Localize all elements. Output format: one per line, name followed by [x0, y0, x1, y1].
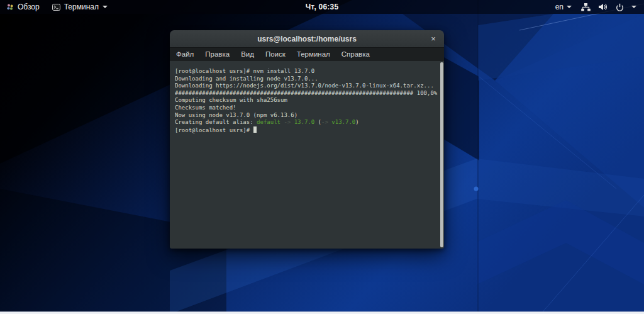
- alias-paren: ): [355, 119, 358, 125]
- language-label: en: [555, 3, 564, 11]
- alias-name: default: [257, 119, 280, 125]
- terminal-alias-line: Creating default alias: default -> 13.7.…: [175, 119, 439, 126]
- terminal-cursor: [253, 126, 257, 133]
- close-button[interactable]: ×: [426, 30, 440, 47]
- terminal-prompt-line: [root@localhost usrs]#: [175, 126, 439, 135]
- menu-terminal[interactable]: Терминал: [291, 48, 336, 61]
- top-bar: Обзор Терминал Чт, 06:35 en: [0, 0, 644, 14]
- overview-label: Обзор: [18, 3, 40, 11]
- terminal-icon: [52, 4, 60, 11]
- alias-version: 13.7.0: [294, 119, 315, 125]
- alias-paren: (: [314, 119, 321, 125]
- chevron-down-icon: [103, 6, 108, 8]
- chevron-down-icon: [631, 6, 636, 8]
- network-wired-icon: [581, 3, 591, 11]
- clock[interactable]: Чт, 06:35: [306, 3, 339, 11]
- terminal-line: Computing checksum with sha256sum: [175, 97, 439, 104]
- desktop: Обзор Терминал Чт, 06:35 en: [0, 0, 644, 314]
- menu-file[interactable]: Файл: [170, 48, 199, 61]
- terminal-app-menu[interactable]: Терминал: [52, 3, 108, 11]
- menu-view[interactable]: Вид: [235, 48, 260, 61]
- overview-button[interactable]: Обзор: [6, 3, 40, 11]
- alias-arrow: ->: [321, 119, 331, 125]
- terminal-scrollbar[interactable]: [440, 62, 443, 247]
- alias-arrow: ->: [280, 119, 294, 125]
- window-title: usrs@localhost:/home/usrs: [257, 35, 357, 43]
- menu-search[interactable]: Поиск: [260, 48, 291, 61]
- language-switcher[interactable]: en: [555, 3, 572, 11]
- bottom-edge-strip: [0, 311, 644, 314]
- terminal-line: Downloading and installing node v13.7.0.…: [175, 76, 439, 83]
- window-titlebar[interactable]: usrs@localhost:/home/usrs ×: [170, 30, 444, 48]
- terminal-line: Now using node v13.7.0 (npm v6.13.6): [175, 112, 439, 120]
- prompt-text: [root@localhost usrs]#: [175, 127, 253, 133]
- terminal-window: usrs@localhost:/home/usrs × Файл Правка …: [170, 30, 444, 249]
- system-status-area[interactable]: [581, 3, 636, 11]
- terminal-line: Downloading https://nodejs.org/dist/v13.…: [175, 82, 439, 90]
- menu-edit[interactable]: Правка: [199, 48, 235, 61]
- power-icon: [616, 3, 624, 11]
- volume-icon: [598, 3, 608, 11]
- terminal-progress-line: ########################################…: [175, 90, 439, 98]
- alias-prefix: Creating default alias:: [175, 119, 257, 125]
- alias-resolved: v13.7.0: [331, 119, 355, 125]
- menu-help[interactable]: Справка: [336, 48, 375, 61]
- terminal-line: Checksums matched!: [175, 104, 439, 112]
- chevron-down-icon: [567, 6, 572, 8]
- terminal-line: [root@localhost usrs]# nvm install 13.7.…: [175, 68, 439, 76]
- window-menubar: Файл Правка Вид Поиск Терминал Справка: [170, 48, 444, 61]
- terminal-screen[interactable]: [root@localhost usrs]# nvm install 13.7.…: [170, 61, 444, 249]
- terminal-app-label: Терминал: [64, 3, 99, 11]
- applications-pinwheel-icon: [6, 3, 14, 11]
